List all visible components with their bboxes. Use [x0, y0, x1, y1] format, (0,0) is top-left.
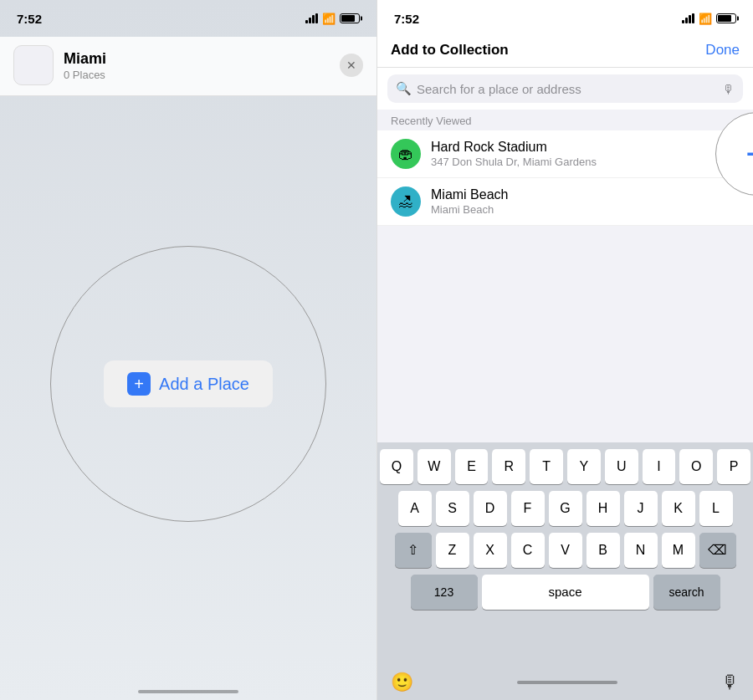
place-info-beach: Miami Beach Miami Beach [431, 187, 508, 216]
keyboard-row-1: Q W E R T Y U I O P [380, 449, 750, 484]
key-y[interactable]: Y [567, 449, 601, 484]
close-button[interactable]: ✕ [340, 54, 363, 77]
search-input[interactable]: Search for a place or address [417, 82, 717, 96]
key-t[interactable]: T [530, 449, 563, 484]
search-bar: 🔍 Search for a place or address 🎙 [377, 68, 753, 110]
key-d[interactable]: D [474, 491, 507, 526]
left-status-time: 7:52 [17, 12, 42, 26]
add-place-button[interactable]: + Add a Place [104, 360, 273, 407]
emoji-key[interactable]: 🙂 [391, 672, 413, 693]
left-main-content: + Add a Place [0, 96, 376, 672]
place-name-beach: Miami Beach [431, 187, 508, 202]
key-k[interactable]: K [662, 491, 695, 526]
key-s[interactable]: S [436, 491, 469, 526]
left-home-indicator [0, 672, 376, 700]
numbers-key[interactable]: 123 [411, 575, 478, 610]
key-x[interactable]: X [474, 533, 507, 568]
key-m[interactable]: M [662, 533, 695, 568]
key-a[interactable]: A [398, 491, 432, 526]
key-l[interactable]: L [699, 491, 733, 526]
keyboard-bottom-toolbar: 🙂 🎙 [377, 668, 753, 700]
place-list-container: 🏟 Hard Rock Stadium 347 Don Shula Dr, Mi… [377, 130, 753, 226]
key-f[interactable]: F [511, 491, 545, 526]
search-key[interactable]: search [653, 575, 720, 610]
place-addr-stadium: 347 Don Shula Dr, Miami Gardens [431, 156, 597, 168]
wifi-icon: 📶 [322, 13, 336, 25]
mic-icon[interactable]: 🎙 [722, 82, 735, 96]
collection-header-left: Miami 0 Places [13, 45, 106, 85]
right-wifi-icon: 📶 [699, 13, 712, 25]
right-status-icons: 📶 [682, 13, 736, 25]
list-item[interactable]: 🏖 Miami Beach Miami Beach [377, 178, 753, 226]
place-icon-beach: 🏖 [391, 186, 421, 217]
key-o[interactable]: O [679, 449, 713, 484]
collection-count: 0 Places [64, 69, 106, 81]
key-z[interactable]: Z [436, 533, 469, 568]
keyboard-row-3: ⇧ Z X C V B N M ⌫ [380, 533, 750, 568]
key-e[interactable]: E [455, 449, 489, 484]
right-home-bar [517, 681, 617, 684]
key-u[interactable]: U [605, 449, 638, 484]
home-bar [138, 690, 238, 693]
place-list: 🏟 Hard Rock Stadium 347 Don Shula Dr, Mi… [377, 130, 753, 226]
keyboard: Q W E R T Y U I O P A S D F G H J K L ⇧ … [377, 442, 753, 669]
shift-key[interactable]: ⇧ [395, 533, 432, 568]
space-key[interactable]: space [482, 575, 649, 610]
key-v[interactable]: V [549, 533, 582, 568]
collection-info: Miami 0 Places [64, 50, 106, 81]
place-icon-stadium: 🏟 [391, 139, 421, 169]
collection-thumbnail [13, 45, 54, 85]
key-i[interactable]: I [643, 449, 676, 484]
key-n[interactable]: N [624, 533, 658, 568]
place-name-stadium: Hard Rock Stadium [431, 140, 597, 155]
right-status-bar: 7:52 📶 [377, 0, 753, 37]
place-info-stadium: Hard Rock Stadium 347 Don Shula Dr, Miam… [431, 140, 597, 168]
left-status-bar: 7:52 📶 [0, 0, 376, 37]
right-phone: 7:52 📶 Add to Collection Done 🔍 Search f… [376, 0, 753, 700]
decorative-circle: + Add a Place [50, 246, 326, 522]
keyboard-row-4: 123 space search [380, 575, 750, 610]
plus-icon: + [745, 134, 753, 174]
signal-icon [305, 13, 318, 23]
key-b[interactable]: B [587, 533, 620, 568]
add-place-icon: + [127, 372, 151, 396]
keyboard-row-2: A S D F G H J K L [380, 491, 750, 526]
left-status-icons: 📶 [305, 13, 360, 25]
right-signal-icon [682, 13, 694, 23]
battery-icon [340, 13, 360, 23]
backspace-key[interactable]: ⌫ [699, 533, 736, 568]
place-addr-beach: Miami Beach [431, 203, 508, 216]
right-status-time: 7:52 [394, 12, 419, 26]
collection-title: Miami [64, 50, 106, 68]
add-to-collection-title: Add to Collection [391, 42, 509, 59]
search-icon: 🔍 [396, 81, 412, 96]
search-input-row[interactable]: 🔍 Search for a place or address 🎙 [387, 74, 743, 103]
list-item[interactable]: 🏟 Hard Rock Stadium 347 Don Shula Dr, Mi… [377, 130, 753, 178]
key-w[interactable]: W [417, 449, 451, 484]
left-phone: 7:52 📶 Miami 0 Places ✕ [0, 0, 376, 700]
key-q[interactable]: Q [380, 449, 413, 484]
dictation-icon[interactable]: 🎙 [721, 672, 740, 693]
recently-viewed-label: Recently Viewed [377, 110, 753, 130]
key-h[interactable]: H [587, 491, 620, 526]
key-j[interactable]: J [624, 491, 658, 526]
key-c[interactable]: C [511, 533, 545, 568]
right-header: Add to Collection Done [377, 37, 753, 68]
key-p[interactable]: P [717, 449, 750, 484]
key-r[interactable]: R [492, 449, 525, 484]
key-g[interactable]: G [549, 491, 582, 526]
right-battery-icon [716, 13, 736, 23]
done-button[interactable]: Done [705, 42, 740, 59]
add-place-label: Add a Place [159, 375, 249, 394]
empty-area [377, 226, 753, 442]
collection-header: Miami 0 Places ✕ [0, 37, 376, 96]
